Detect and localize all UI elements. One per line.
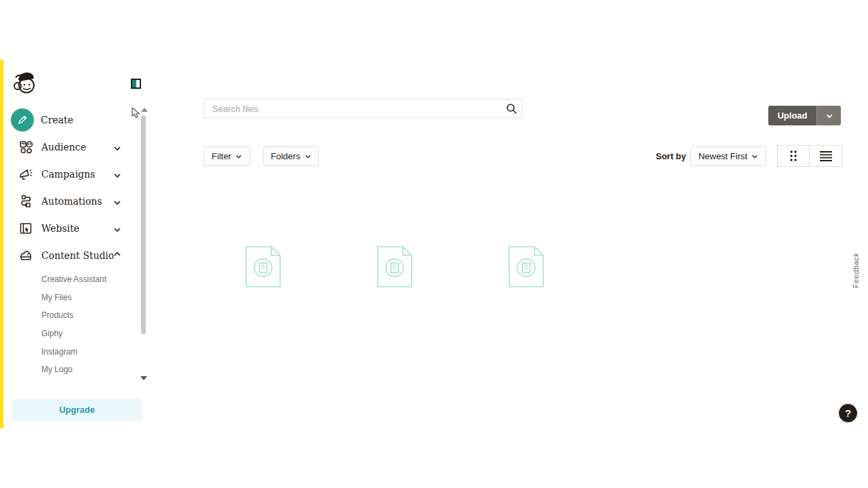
chevron-down-icon xyxy=(113,224,121,232)
sidebar-item-label: Create xyxy=(41,115,73,125)
mailchimp-freddie-logo[interactable] xyxy=(12,69,39,98)
sidebar-subitem-instagram[interactable]: Instagram xyxy=(41,347,77,357)
sort-dropdown[interactable]: Newest First xyxy=(690,146,766,166)
chevron-down-icon xyxy=(235,153,242,160)
file-placeholder-icon xyxy=(377,246,412,287)
sidebar-item-audience[interactable]: Audience xyxy=(3,134,139,161)
website-browser-icon xyxy=(18,220,34,237)
sidebar-scroll-up-icon[interactable] xyxy=(141,108,148,112)
sort-value: Newest First xyxy=(698,151,747,161)
sidebar-scrollbar-thumb[interactable] xyxy=(141,115,146,334)
chevron-down-icon xyxy=(751,153,758,160)
sidebar-subitem-my-logo[interactable]: My Logo xyxy=(41,365,73,374)
chevron-up-icon xyxy=(113,251,121,260)
file-placeholder-icon xyxy=(245,246,281,287)
sidebar-item-label: Audience xyxy=(41,142,86,152)
audience-icon xyxy=(18,139,34,155)
folders-label: Folders xyxy=(271,151,300,161)
megaphone-icon xyxy=(18,166,34,182)
sidebar-scroll-down-icon[interactable] xyxy=(140,376,147,380)
sidebar-item-campaigns[interactable]: Campaigns xyxy=(3,161,139,188)
help-button[interactable]: ? xyxy=(839,404,857,422)
view-toggle-group xyxy=(777,145,842,167)
file-placeholder-icon xyxy=(509,246,544,287)
search-input[interactable] xyxy=(204,104,501,114)
sidebar-subitem-my-files[interactable]: My Files xyxy=(41,293,72,302)
mouse-cursor xyxy=(132,107,141,122)
search-icon[interactable] xyxy=(501,103,521,115)
pencil-icon xyxy=(11,108,34,131)
app-root: Create Audience xyxy=(0,0,868,488)
feedback-tab[interactable]: Feedback xyxy=(852,241,860,288)
upload-split-button: Upload xyxy=(768,106,841,125)
sidebar-item-content-studio[interactable]: Content Studio xyxy=(3,242,139,269)
sidebar-item-automations[interactable]: Automations xyxy=(3,188,139,215)
sidebar-item-label: Content Studio xyxy=(41,250,114,261)
chevron-down-icon xyxy=(113,143,121,151)
sidebar-item-website[interactable]: Website xyxy=(3,215,139,242)
upload-dropdown-button[interactable] xyxy=(816,106,841,125)
content-studio-icon xyxy=(18,247,34,264)
sidebar-toggle-fill xyxy=(132,80,136,87)
upload-button[interactable]: Upload xyxy=(768,106,816,125)
search-bar xyxy=(203,99,522,119)
sort-by-label: Sort by xyxy=(656,146,686,166)
sidebar-item-label: Automations xyxy=(41,196,102,207)
chevron-down-icon xyxy=(825,112,833,120)
chevron-down-icon xyxy=(113,197,121,205)
list-view-icon[interactable] xyxy=(810,145,842,167)
chevron-down-icon xyxy=(304,153,311,160)
upgrade-button[interactable]: Upgrade xyxy=(12,399,142,421)
filter-label: Filter xyxy=(212,151,231,161)
folders-button[interactable]: Folders xyxy=(263,146,319,166)
automations-flow-icon xyxy=(18,193,34,209)
sidebar: Create Audience xyxy=(3,60,149,428)
sidebar-subitem-giphy[interactable]: Giphy xyxy=(41,329,62,338)
grid-view-icon[interactable] xyxy=(777,145,810,167)
sidebar-toggle-icon[interactable] xyxy=(131,79,141,89)
chevron-down-icon xyxy=(113,170,121,178)
sidebar-subitem-creative-assistant[interactable]: Creative Assistant xyxy=(41,274,106,284)
sidebar-subitem-products[interactable]: Products xyxy=(41,310,73,320)
sidebar-item-create[interactable]: Create xyxy=(3,106,139,134)
sidebar-item-label: Campaigns xyxy=(41,169,95,180)
sidebar-item-label: Website xyxy=(41,223,79,234)
filter-button[interactable]: Filter xyxy=(203,146,250,166)
